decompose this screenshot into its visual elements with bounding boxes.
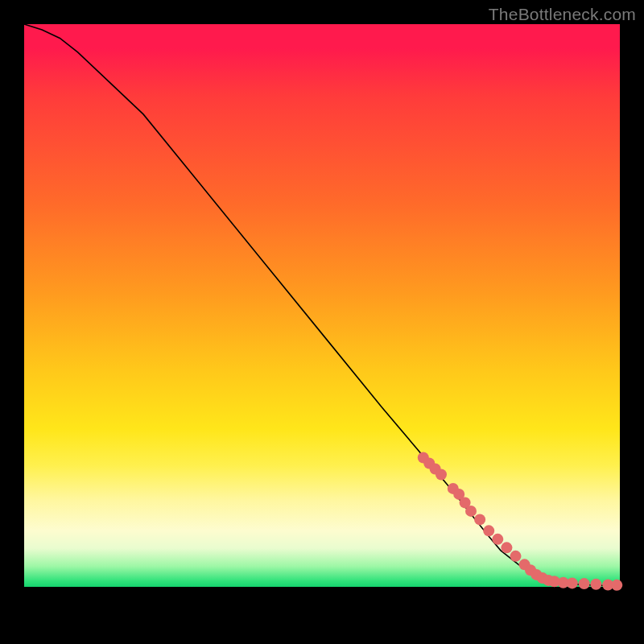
- scatter-point: [483, 525, 494, 536]
- scatter-point: [501, 542, 512, 553]
- scatter-points: [418, 452, 623, 590]
- scatter-point: [436, 469, 447, 480]
- plot-svg: [24, 24, 620, 620]
- scatter-point: [567, 577, 578, 588]
- scatter-point: [474, 514, 485, 525]
- curve-line: [24, 24, 620, 585]
- chart-stage: TheBottleneck.com: [0, 0, 644, 644]
- scatter-point: [465, 506, 477, 517]
- scatter-point: [510, 551, 522, 562]
- scatter-point: [611, 580, 622, 591]
- scatter-point: [492, 534, 503, 545]
- scatter-point: [590, 579, 601, 590]
- plot-area: [24, 24, 620, 620]
- scatter-point: [579, 578, 590, 589]
- watermark-text: TheBottleneck.com: [489, 5, 636, 24]
